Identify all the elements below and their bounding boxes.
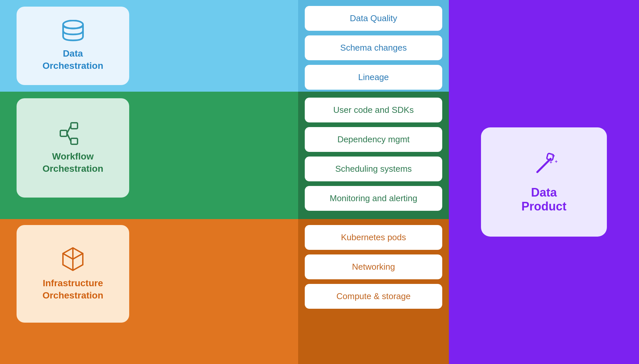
feature-networking[interactable]: Networking	[305, 254, 442, 279]
feature-lineage[interactable]: Lineage	[305, 65, 442, 90]
left-section: Data Orchestration Workflow Orchestratio…	[0, 0, 298, 364]
workflow-icon	[60, 121, 86, 146]
svg-rect-1	[60, 130, 67, 136]
svg-rect-2	[71, 123, 78, 129]
feature-scheduling[interactable]: Scheduling systems	[305, 157, 442, 181]
database-icon	[61, 20, 85, 43]
data-orchestration-features: Data Quality Schema changes Lineage	[305, 6, 442, 90]
data-product-card: + + + Data Product	[481, 127, 607, 237]
svg-line-5	[67, 133, 71, 141]
svg-line-8	[73, 253, 83, 259]
svg-text:+: +	[555, 159, 558, 164]
feature-data-quality[interactable]: Data Quality	[305, 6, 442, 31]
workflow-orchestration-card: Workflow Orchestration	[17, 98, 129, 198]
wand-icon: + + +	[529, 151, 559, 180]
middle-section: Data Quality Schema changes Lineage User…	[298, 0, 449, 364]
right-section: + + + Data Product	[449, 0, 639, 364]
svg-line-4	[67, 126, 71, 133]
feature-dependency-mgmt[interactable]: Dependency mgmt	[305, 127, 442, 152]
workflow-orchestration-features: User code and SDKs Dependency mgmt Sched…	[305, 98, 442, 211]
feature-compute[interactable]: Compute & storage	[305, 284, 442, 309]
data-product-title: Data Product	[521, 186, 566, 213]
feature-kubernetes[interactable]: Kubernetes pods	[305, 225, 442, 250]
data-orchestration-card: Data Orchestration	[17, 7, 129, 85]
feature-schema-changes[interactable]: Schema changes	[305, 35, 442, 60]
svg-line-11	[537, 159, 551, 172]
infra-orchestration-title: Infrastructure Orchestration	[42, 277, 103, 301]
svg-line-9	[63, 253, 73, 259]
workflow-orchestration-title: Workflow Orchestration	[42, 151, 103, 175]
svg-rect-3	[71, 138, 78, 144]
svg-text:+: +	[550, 159, 552, 165]
infra-orchestration-features: Kubernetes pods Networking Compute & sto…	[305, 225, 442, 309]
feature-user-code[interactable]: User code and SDKs	[305, 98, 442, 122]
data-orchestration-title: Data Orchestration	[42, 48, 103, 72]
cube-icon	[60, 246, 86, 273]
feature-monitoring[interactable]: Monitoring and alerting	[305, 186, 442, 211]
svg-text:+: +	[552, 153, 555, 159]
infra-orchestration-card: Infrastructure Orchestration	[17, 225, 129, 323]
